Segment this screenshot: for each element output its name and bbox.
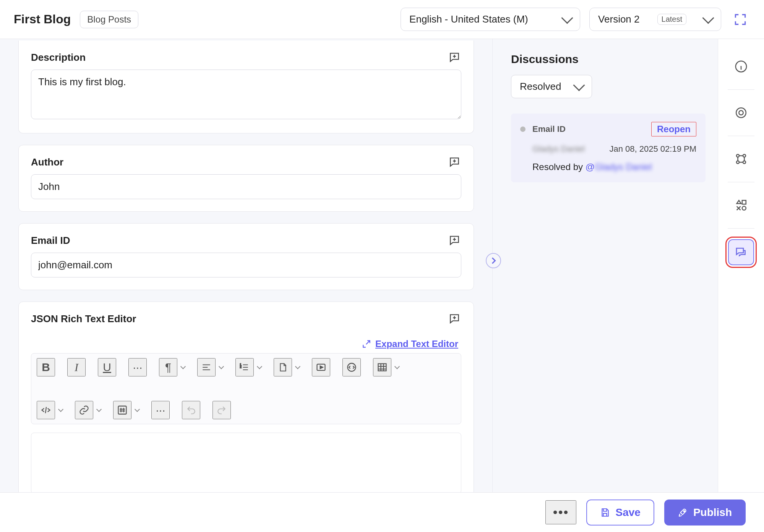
code-button[interactable] — [342, 358, 361, 376]
undo-button[interactable] — [182, 401, 200, 419]
collapse-panel-button[interactable] — [486, 253, 501, 268]
more-actions-button[interactable]: ••• — [545, 500, 577, 524]
discussions-title: Discussions — [511, 53, 706, 66]
code-circle-icon — [346, 362, 357, 373]
expand-icon — [733, 12, 748, 27]
workflow-tab[interactable] — [729, 147, 753, 171]
description-textarea[interactable] — [31, 70, 461, 119]
content-type-chip[interactable]: Blog Posts — [80, 11, 138, 28]
svg-point-7 — [736, 108, 746, 118]
embed-button[interactable] — [37, 401, 55, 419]
bold-button[interactable]: B — [37, 358, 55, 376]
svg-rect-5 — [118, 406, 127, 414]
discussions-filter[interactable]: Resolved — [511, 75, 592, 98]
header: First Blog Blog Posts English - United S… — [0, 0, 764, 39]
add-comment-button[interactable] — [448, 156, 461, 168]
language-selector[interactable]: English - United States (M) — [401, 8, 580, 31]
version-label: Version 2 — [598, 13, 639, 25]
divider — [728, 89, 754, 90]
publish-button[interactable]: Publish — [664, 500, 746, 526]
italic-button[interactable]: I — [67, 358, 86, 376]
right-rail — [718, 39, 764, 532]
svg-text:2: 2 — [240, 365, 242, 369]
expand-editor-link[interactable]: Expand Text Editor — [375, 339, 458, 349]
table-button[interactable] — [373, 358, 391, 376]
reopen-button[interactable]: Reopen — [651, 122, 696, 136]
resolved-by-name: Gladys Daniel — [595, 162, 652, 172]
chat-icon — [734, 245, 748, 259]
field-label: JSON Rich Text Editor — [31, 313, 136, 325]
field-card-description: Description — [18, 41, 474, 133]
fullscreen-button[interactable] — [730, 10, 750, 29]
shapes-tab[interactable] — [729, 193, 753, 217]
save-icon — [600, 508, 610, 517]
field-card-author: Author — [18, 145, 474, 212]
add-comment-button[interactable] — [448, 313, 461, 325]
author-input[interactable] — [31, 174, 461, 199]
email-input[interactable] — [31, 253, 461, 277]
discussion-item[interactable]: Email ID Reopen Gladys Daniel Jan 08, 20… — [511, 114, 706, 182]
target-tab[interactable] — [729, 101, 753, 125]
publish-label: Publish — [693, 506, 732, 519]
comment-plus-icon — [448, 313, 461, 325]
comment-plus-icon — [448, 51, 461, 63]
shapes-icon — [735, 199, 748, 212]
discussions-tab[interactable] — [728, 239, 754, 265]
hash-button[interactable] — [113, 401, 131, 419]
info-icon — [735, 60, 748, 73]
redo-icon — [217, 405, 227, 415]
chevron-down-icon — [702, 12, 714, 24]
workflow-icon — [735, 152, 748, 165]
svg-rect-4 — [378, 364, 386, 371]
save-label: Save — [615, 506, 640, 519]
field-label: Author — [31, 156, 63, 168]
align-button[interactable] — [197, 358, 216, 376]
comment-plus-icon — [448, 234, 461, 247]
svg-point-11 — [736, 161, 739, 164]
language-label: English - United States (M) — [409, 13, 528, 25]
rte-editor-body[interactable] — [31, 433, 461, 494]
divider — [728, 136, 754, 136]
video-button[interactable] — [312, 358, 330, 376]
status-dot-icon — [520, 127, 526, 132]
more-format-button[interactable]: ··· — [128, 358, 147, 376]
svg-rect-13 — [742, 200, 746, 204]
hash-icon — [117, 405, 128, 415]
svg-point-15 — [684, 511, 685, 512]
underline-button[interactable]: U — [98, 358, 116, 376]
filter-label: Resolved — [520, 81, 561, 92]
add-comment-button[interactable] — [448, 234, 461, 247]
save-button[interactable]: Save — [586, 500, 654, 526]
document-button[interactable] — [274, 358, 292, 376]
content-column: Description Author — [0, 39, 492, 532]
page-title: First Blog — [14, 12, 71, 26]
version-badge: Latest — [657, 14, 686, 25]
svg-point-12 — [743, 161, 745, 164]
resolved-by-line: Resolved by @Gladys Daniel — [520, 162, 696, 172]
redo-button[interactable] — [212, 401, 231, 419]
info-tab[interactable] — [729, 54, 753, 79]
svg-point-14 — [742, 206, 746, 210]
version-selector[interactable]: Version 2 Latest — [589, 8, 721, 31]
file-icon — [278, 362, 288, 372]
list-icon: 12 — [240, 362, 250, 372]
field-label: Email ID — [31, 235, 70, 247]
chevron-down-icon — [394, 364, 400, 369]
svg-point-10 — [743, 154, 745, 157]
link-icon — [79, 405, 89, 415]
chevron-down-icon — [96, 407, 102, 412]
chevron-down-icon — [257, 364, 262, 369]
link-button[interactable] — [75, 401, 93, 419]
more-tools-button[interactable]: ··· — [151, 401, 170, 419]
field-card-email: Email ID — [18, 223, 474, 290]
svg-point-8 — [739, 110, 743, 115]
embed-icon — [41, 405, 51, 415]
paragraph-button[interactable]: ¶ — [159, 358, 177, 376]
chevron-down-icon — [135, 407, 140, 412]
add-comment-button[interactable] — [448, 51, 461, 63]
chevron-down-icon — [561, 12, 573, 24]
list-button[interactable]: 12 — [235, 358, 254, 376]
comment-plus-icon — [448, 156, 461, 168]
chevron-right-icon — [490, 258, 496, 264]
rte-toolbar: B I U ··· ¶ 12 ··· — [31, 353, 461, 424]
